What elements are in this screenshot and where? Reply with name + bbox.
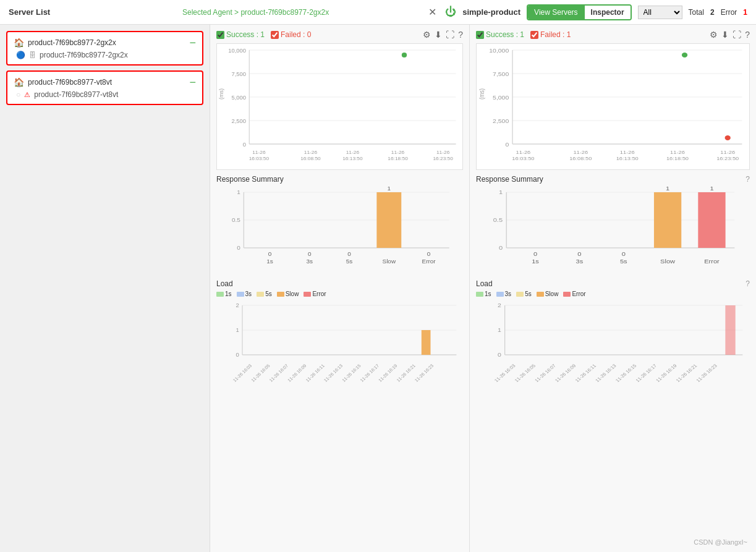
svg-text:1: 1 xyxy=(710,186,714,192)
svg-text:11-26: 11-26 xyxy=(670,150,685,155)
svg-text:5s: 5s xyxy=(620,258,627,265)
svg-rect-123 xyxy=(725,305,735,355)
inspector-button[interactable]: Inspector xyxy=(584,6,631,19)
svg-text:11-26 16:15: 11-26 16:15 xyxy=(614,363,638,383)
line-chart-1: 10,000 7,500 5,000 2,500 0 (ms) 11-26 16… xyxy=(216,43,463,170)
settings-icon-1[interactable]: ⚙ xyxy=(423,30,431,40)
legend-error-1: Error xyxy=(304,291,326,297)
line-chart-2: 10,000 7,500 5,000 2,500 0 (ms) 11-26 16… xyxy=(476,43,750,170)
svg-text:2,500: 2,500 xyxy=(493,118,509,124)
svg-text:2: 2 xyxy=(236,302,239,308)
svg-text:1: 1 xyxy=(666,186,670,192)
svg-text:11-26 16:05: 11-26 16:05 xyxy=(514,363,537,383)
svg-text:16:08:50: 16:08:50 xyxy=(300,156,321,161)
legend-error-2: Error xyxy=(563,291,585,297)
svg-text:0: 0 xyxy=(243,142,246,148)
svg-text:1: 1 xyxy=(498,327,501,333)
legend-5s-2: 5s xyxy=(516,291,532,297)
svg-text:11-26 16:11: 11-26 16:11 xyxy=(574,363,598,383)
svg-text:16:18:50: 16:18:50 xyxy=(388,156,408,161)
svg-text:0: 0 xyxy=(498,352,501,358)
svg-text:11-26 16:21: 11-26 16:21 xyxy=(396,363,416,383)
svg-text:11-26: 11-26 xyxy=(391,150,405,155)
db-icon-1: 🗄 xyxy=(29,51,36,59)
legend-1s-1: 1s xyxy=(216,291,232,297)
failed-checkbox-1[interactable]: Failed : 0 xyxy=(271,30,311,39)
svg-text:16:23:50: 16:23:50 xyxy=(716,156,739,161)
collapse-btn-1[interactable]: − xyxy=(189,37,196,48)
panel-2: Success : 1 Failed : 1 ⚙ ⬇ ⛶ ? xyxy=(470,25,756,552)
svg-text:Slow: Slow xyxy=(660,258,676,265)
server-list-sidebar: 🏠 product-7f69bc8977-2gx2x − 🔵 🗄 product… xyxy=(0,25,210,552)
svg-text:11-26 16:07: 11-26 16:07 xyxy=(269,363,289,383)
svg-text:5,000: 5,000 xyxy=(232,95,246,101)
svg-text:11-26: 11-26 xyxy=(252,150,266,155)
svg-text:16:13:50: 16:13:50 xyxy=(342,156,363,161)
svg-text:16:18:50: 16:18:50 xyxy=(666,156,689,161)
svg-text:Error: Error xyxy=(422,258,435,264)
success-checkbox-2[interactable]: Success : 1 xyxy=(476,30,524,39)
svg-text:7,500: 7,500 xyxy=(493,71,509,77)
success-checkbox-1[interactable]: Success : 1 xyxy=(216,30,265,39)
server-list-title: Server List xyxy=(9,7,83,17)
svg-text:Error: Error xyxy=(704,258,720,265)
svg-text:5s: 5s xyxy=(346,258,353,264)
help-icon-load-2[interactable]: ? xyxy=(745,279,750,288)
radio-inactive-icon: ○ xyxy=(16,90,20,99)
error-label: Error xyxy=(721,8,737,17)
filter-dropdown[interactable]: All Active Inactive xyxy=(638,6,682,19)
svg-text:11-26 16:17: 11-26 16:17 xyxy=(360,363,380,383)
collapse-btn-2[interactable]: − xyxy=(189,77,196,88)
fullscreen-icon-1[interactable]: ⛶ xyxy=(446,30,454,40)
help-icon-rs-2[interactable]: ? xyxy=(745,175,750,184)
svg-text:0.5: 0.5 xyxy=(232,216,240,223)
failed-checkbox-2[interactable]: Failed : 1 xyxy=(530,30,571,39)
svg-text:11-26 16:03: 11-26 16:03 xyxy=(232,363,253,383)
panel-1: Success : 1 Failed : 0 ⚙ ⬇ ⛶ ? xyxy=(210,25,470,552)
svg-text:3s: 3s xyxy=(306,258,313,264)
svg-text:11-26 16:15: 11-26 16:15 xyxy=(341,363,362,383)
svg-point-13 xyxy=(402,53,407,57)
watermark: CSDN @JiangxI~ xyxy=(694,538,747,546)
settings-icon-2[interactable]: ⚙ xyxy=(710,30,718,40)
svg-text:1: 1 xyxy=(388,186,391,192)
legend-3s-2: 3s xyxy=(496,291,512,297)
svg-text:11-26 16:09: 11-26 16:09 xyxy=(554,363,577,383)
legend-1s-2: 1s xyxy=(476,291,491,297)
server-name-1[interactable]: product-7f69bc8977-2gx2x xyxy=(28,38,116,47)
svg-text:11-26 16:05: 11-26 16:05 xyxy=(250,363,271,383)
svg-text:11-26 16:09: 11-26 16:09 xyxy=(287,363,307,383)
response-summary-2: Response Summary ? 1 0.5 0 0 1s xyxy=(476,175,750,274)
server-instance-name-2[interactable]: product-7f69bc8977-vt8vt xyxy=(34,90,118,99)
help-icon-2[interactable]: ? xyxy=(745,30,750,40)
svg-text:0: 0 xyxy=(347,250,351,257)
svg-text:2,500: 2,500 xyxy=(232,118,246,124)
svg-rect-109 xyxy=(654,192,681,248)
fullscreen-icon-2[interactable]: ⛶ xyxy=(733,30,741,40)
svg-text:11-26 16:19: 11-26 16:19 xyxy=(378,363,398,383)
view-servers-button[interactable]: View Servers xyxy=(528,6,584,19)
svg-text:11-26: 11-26 xyxy=(516,150,531,155)
svg-rect-41 xyxy=(376,192,401,248)
server-instance-name-1[interactable]: product-7f69bc8977-2gx2x xyxy=(40,51,128,59)
svg-text:11-26 16:11: 11-26 16:11 xyxy=(305,363,325,383)
svg-text:0: 0 xyxy=(622,251,626,257)
error-value: 1 xyxy=(743,8,747,17)
svg-text:0: 0 xyxy=(577,251,582,257)
close-panel-icon[interactable]: ✕ xyxy=(428,6,436,18)
svg-text:(ms): (ms) xyxy=(478,88,485,100)
download-icon-1[interactable]: ⬇ xyxy=(435,30,442,40)
svg-text:0.5: 0.5 xyxy=(493,217,503,223)
legend-slow-1: Slow xyxy=(277,291,299,297)
svg-text:1: 1 xyxy=(499,189,503,195)
svg-text:11-26: 11-26 xyxy=(304,150,318,155)
legend-3s-1: 3s xyxy=(237,291,252,297)
warning-icon-2: ⚠ xyxy=(24,91,30,99)
help-icon-1[interactable]: ? xyxy=(458,30,463,40)
download-icon-2[interactable]: ⬇ xyxy=(721,30,729,40)
svg-text:2: 2 xyxy=(498,302,501,308)
svg-text:11-26: 11-26 xyxy=(573,150,588,155)
server-name-2[interactable]: product-7f69bc8977-vt8vt xyxy=(28,78,112,87)
svg-text:11-26 16:23: 11-26 16:23 xyxy=(695,363,718,383)
svg-text:11-26 16:03: 11-26 16:03 xyxy=(493,363,517,383)
